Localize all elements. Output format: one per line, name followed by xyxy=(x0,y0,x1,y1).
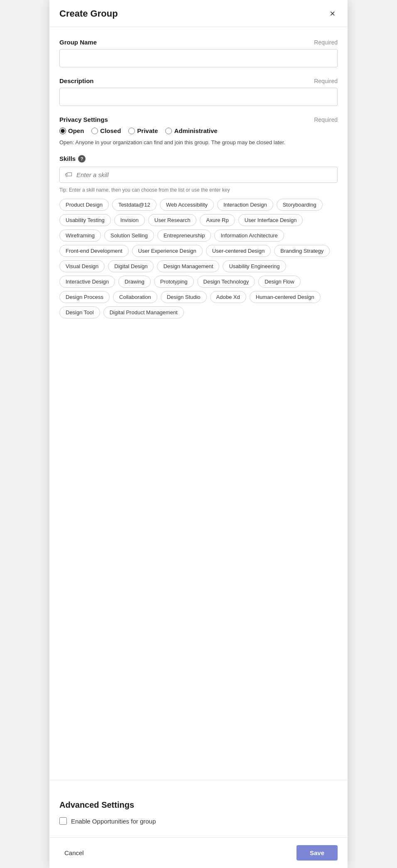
group-name-label: Group Name xyxy=(59,39,97,46)
skill-tag[interactable]: Design Process xyxy=(59,291,110,303)
skill-tag[interactable]: Usability Engineering xyxy=(223,260,286,272)
privacy-options: Open Closed Private Administrative xyxy=(59,127,338,134)
skill-tag[interactable]: User Experience Design xyxy=(132,245,203,257)
group-name-input[interactable] xyxy=(59,49,338,67)
skill-tag[interactable]: Digital Product Management xyxy=(103,306,184,318)
skill-tag[interactable]: Branding Strategy xyxy=(274,245,330,257)
close-button[interactable]: × xyxy=(327,8,338,19)
skill-tag[interactable]: Interactive Design xyxy=(59,276,115,288)
skill-tag[interactable]: Web Accessibility xyxy=(160,199,214,211)
skill-tag[interactable]: User-centered Design xyxy=(206,245,271,257)
description-input[interactable] xyxy=(59,88,338,106)
group-name-label-row: Group Name Required xyxy=(59,39,338,46)
privacy-open-radio[interactable] xyxy=(59,128,66,134)
save-button[interactable]: Save xyxy=(297,845,338,861)
description-label-row: Description Required xyxy=(59,77,338,84)
enable-opportunities-row: Enable Opportunities for group xyxy=(59,817,338,825)
skills-tags: Product DesignTestdata@12Web Accessibili… xyxy=(59,199,338,318)
skill-tip: Tip: Enter a skill name, then you can ch… xyxy=(59,187,338,193)
privacy-closed-option[interactable]: Closed xyxy=(91,127,121,134)
create-group-modal: Create Group × Group Name Required Descr… xyxy=(49,0,348,868)
privacy-administrative-option[interactable]: Administrative xyxy=(165,127,217,134)
skill-tag[interactable]: Digital Design xyxy=(108,260,154,272)
skill-tag[interactable]: Wireframing xyxy=(59,229,101,242)
privacy-label-row: Privacy Settings Required xyxy=(59,116,338,123)
skill-tag[interactable]: Drawing xyxy=(118,276,151,288)
enable-opportunities-label[interactable]: Enable Opportunities for group xyxy=(71,818,156,825)
skill-tag[interactable]: Usability Testing xyxy=(59,214,111,226)
skill-tag-icon: 🏷 xyxy=(65,170,72,179)
skill-tag[interactable]: Adobe Xd xyxy=(210,291,246,303)
privacy-section: Privacy Settings Required Open Closed Pr… xyxy=(59,116,338,147)
skill-tag[interactable]: Design Flow xyxy=(258,276,301,288)
skill-tag[interactable]: Axure Rp xyxy=(200,214,235,226)
privacy-administrative-label: Administrative xyxy=(174,127,217,134)
privacy-private-option[interactable]: Private xyxy=(128,127,158,134)
skill-tag[interactable]: Human-centered Design xyxy=(250,291,321,303)
skills-section: Skills ? 🏷 Tip: Enter a skill name, then… xyxy=(59,155,338,318)
group-name-field: Group Name Required xyxy=(59,39,338,67)
skill-input[interactable] xyxy=(76,171,332,178)
section-divider xyxy=(49,780,348,780)
modal-body: Group Name Required Description Required… xyxy=(49,27,348,780)
skills-label: Skills xyxy=(59,155,76,162)
description-label: Description xyxy=(59,77,94,84)
skill-tag[interactable]: Prototyping xyxy=(154,276,194,288)
privacy-open-label: Open xyxy=(68,127,84,134)
skill-tag[interactable]: Collaboration xyxy=(113,291,157,303)
skill-tag[interactable]: User Research xyxy=(148,214,197,226)
skill-input-wrapper: 🏷 xyxy=(59,167,338,183)
skill-tag[interactable]: Storyboarding xyxy=(277,199,323,211)
skills-help-icon[interactable]: ? xyxy=(78,155,86,163)
cancel-button[interactable]: Cancel xyxy=(59,846,89,860)
privacy-required: Required xyxy=(314,116,338,123)
description-required: Required xyxy=(314,78,338,84)
privacy-label: Privacy Settings xyxy=(59,116,108,123)
skill-tag[interactable]: User Interface Design xyxy=(238,214,303,226)
modal-title: Create Group xyxy=(59,8,118,19)
skill-tag[interactable]: Interaction Design xyxy=(217,199,273,211)
skills-label-row: Skills ? xyxy=(59,155,338,163)
privacy-closed-radio[interactable] xyxy=(91,128,98,134)
skill-tag[interactable]: Entrepreneurship xyxy=(157,229,211,242)
skill-tag[interactable]: Product Design xyxy=(59,199,109,211)
advanced-settings-section: Advanced Settings Enable Opportunities f… xyxy=(49,790,348,837)
modal-header: Create Group × xyxy=(49,0,348,27)
skill-tag[interactable]: Design Management xyxy=(157,260,219,272)
skill-tag[interactable]: Testdata@12 xyxy=(112,199,157,211)
skill-tag[interactable]: Front-end Development xyxy=(59,245,129,257)
privacy-private-label: Private xyxy=(137,127,158,134)
skill-tag[interactable]: Solution Selling xyxy=(104,229,154,242)
privacy-administrative-radio[interactable] xyxy=(165,128,172,134)
privacy-closed-label: Closed xyxy=(100,127,121,134)
privacy-open-option[interactable]: Open xyxy=(59,127,84,134)
description-field: Description Required xyxy=(59,77,338,106)
skill-tag[interactable]: Design Studio xyxy=(161,291,207,303)
skill-tag[interactable]: Design Tool xyxy=(59,306,100,318)
group-name-required: Required xyxy=(314,39,338,46)
modal-footer: Cancel Save xyxy=(49,837,348,868)
skill-tag[interactable]: Design Technology xyxy=(197,276,255,288)
privacy-private-radio[interactable] xyxy=(128,128,135,134)
advanced-settings-title: Advanced Settings xyxy=(59,800,338,810)
skill-tag[interactable]: Invision xyxy=(114,214,145,226)
skill-tag[interactable]: Visual Design xyxy=(59,260,105,272)
privacy-description: Open: Anyone in your organization can fi… xyxy=(59,138,338,147)
enable-opportunities-checkbox[interactable] xyxy=(59,817,67,825)
skill-tag[interactable]: Information Architecture xyxy=(214,229,284,242)
